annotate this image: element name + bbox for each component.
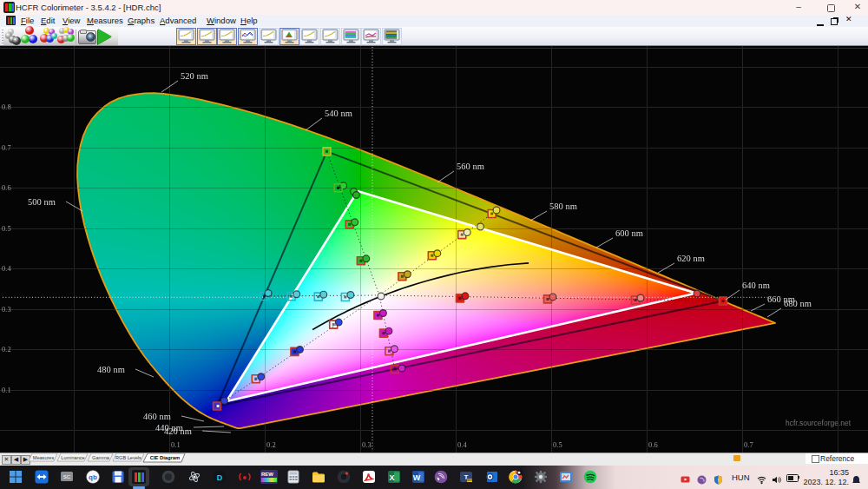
svg-text:NEW: NEW (466, 479, 472, 482)
svg-text:X: X (389, 473, 394, 482)
svg-text:W: W (413, 473, 421, 482)
svg-text:Gamma: Gamma (92, 455, 110, 460)
svg-text:D: D (217, 473, 223, 482)
svg-text:SC: SC (63, 474, 71, 479)
svg-text:qb: qb (89, 473, 97, 481)
svg-text:Measures: Measures (33, 455, 55, 460)
svg-text:CIE Diagram: CIE Diagram (150, 455, 180, 460)
svg-text:Luminance: Luminance (61, 455, 84, 460)
svg-text:RGB Levels: RGB Levels (115, 455, 141, 460)
